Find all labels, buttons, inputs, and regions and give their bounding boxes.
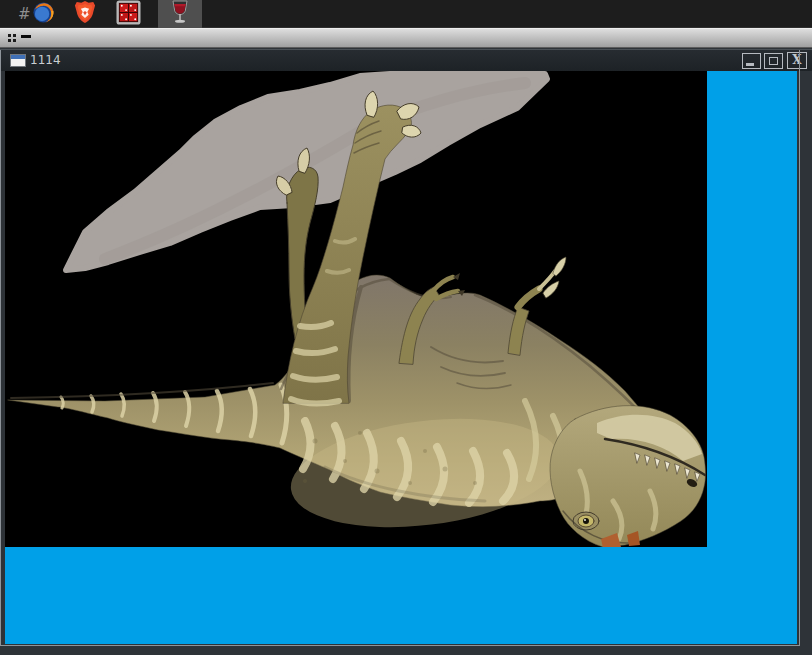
window-icon xyxy=(10,54,26,67)
window-title: 1114 xyxy=(30,50,61,71)
frame-bottom-grip[interactable] xyxy=(0,645,800,646)
frame-left-grip[interactable] xyxy=(0,50,1,645)
trex-eye xyxy=(573,512,599,530)
trex-body xyxy=(8,91,706,547)
iconified-window-dash-icon[interactable] xyxy=(21,35,31,38)
workspace-indicator[interactable]: # xyxy=(18,0,31,28)
taskbar-item-dice-game[interactable] xyxy=(114,0,142,28)
dinosaur-image xyxy=(5,71,707,547)
taskbar: # xyxy=(0,0,812,28)
app-window: 1114 X xyxy=(0,48,812,655)
taskbar-item-brave[interactable] xyxy=(72,0,98,28)
trex-head xyxy=(550,406,705,547)
maximize-button[interactable] xyxy=(764,53,783,69)
minimize-button[interactable] xyxy=(742,53,761,69)
dead-trex-illustration xyxy=(5,71,707,547)
brave-icon xyxy=(74,0,96,28)
firefox-icon xyxy=(32,1,55,28)
frame-right-grip[interactable] xyxy=(799,50,800,645)
taskbar-item-wine-active[interactable] xyxy=(158,0,202,28)
wine-icon xyxy=(169,0,191,28)
window-titlebar[interactable]: 1114 X xyxy=(0,50,812,71)
desktop: # xyxy=(0,0,812,655)
close-button[interactable]: X xyxy=(787,52,807,69)
toolbar xyxy=(0,28,812,48)
dice-icon xyxy=(116,0,141,29)
taskbar-item-firefox[interactable] xyxy=(30,0,56,28)
toolbar-grip-icon[interactable] xyxy=(8,34,17,43)
